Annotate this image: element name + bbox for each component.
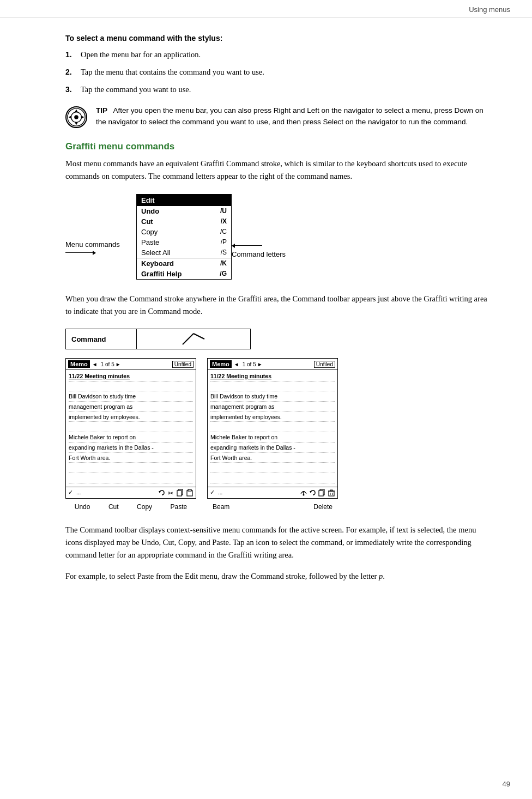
menu-item-paste: Paste /P xyxy=(137,237,231,247)
page-footer: 49 xyxy=(503,780,510,788)
copy-icon-right xyxy=(318,489,326,497)
svg-rect-12 xyxy=(177,491,182,496)
section2-body1: Most menu commands have an equivalent Gr… xyxy=(65,158,488,183)
page-content: To select a menu command with the stylus… xyxy=(0,17,532,613)
tip-content: After you open the menu bar, you can als… xyxy=(96,106,483,125)
panel-labels: Undo Cut Copy Paste Beam Delete xyxy=(65,503,371,511)
memo-count-right: 1 of 5 xyxy=(243,361,256,367)
tip-text: TIP After you open the menu bar, you can… xyxy=(96,105,488,128)
svg-marker-5 xyxy=(69,116,71,119)
memo-line-8-right: Fort Worth area. xyxy=(210,454,335,463)
svg-point-2 xyxy=(74,115,78,119)
svg-rect-19 xyxy=(329,491,334,496)
menu-item-selectall-shortcut: /S xyxy=(221,249,227,257)
menu-commands-label: Menu commands xyxy=(65,240,120,249)
menu-item-paste-name: Paste xyxy=(141,238,159,246)
memo-line-10-right xyxy=(210,474,335,483)
step-3-number: 3. xyxy=(65,84,81,96)
edit-menu-title: Edit xyxy=(137,195,231,206)
command-stroke-svg xyxy=(177,331,210,347)
svg-line-8 xyxy=(194,334,204,339)
command-letters-label: Command letters xyxy=(232,250,286,258)
memo-nav-left: ◄ xyxy=(92,361,98,367)
undo-icon xyxy=(158,489,166,497)
memo-panel-left: Memo ◄ 1 of 5 ► Unfiled 11/22 Meeting mi… xyxy=(65,358,196,499)
step-3-text: Tap the command you want to use. xyxy=(81,84,191,96)
label-paste: Paste xyxy=(171,503,188,511)
memo-line-3-left: management program as xyxy=(69,403,193,412)
steps-list: 1. Open the menu bar for an application.… xyxy=(65,49,488,95)
menu-item-graffiti-shortcut: /G xyxy=(220,270,227,278)
memo-footer-icons-right xyxy=(300,489,335,497)
menu-item-graffiti: Graffiti Help /G xyxy=(137,269,231,279)
header-title: Using menus xyxy=(469,5,510,14)
memo-line-7-right: expanding markets in the Dallas - xyxy=(210,444,335,453)
menu-item-copy: Copy /C xyxy=(137,227,231,237)
paste-icon xyxy=(186,489,194,497)
memo-unfiled-right: Unfiled xyxy=(314,361,335,368)
memo-line-6-left: Michele Baker to report on xyxy=(69,433,193,443)
panel-label-row-left: Undo Cut Copy Paste xyxy=(65,503,196,511)
memo-panel-right: Memo ◄ 1 of 5 ► Unfiled 11/22 Meeting mi… xyxy=(207,358,338,499)
memo-line-9-right xyxy=(210,464,335,473)
menu-item-keyboard-name: Keyboard xyxy=(141,259,174,268)
label-undo: Undo xyxy=(75,503,90,511)
memo-check-left: ✓ xyxy=(68,489,73,496)
section1-heading: To select a menu command with the stylus… xyxy=(65,34,488,43)
tip-label: TIP xyxy=(96,106,107,114)
beam-icon xyxy=(300,489,307,497)
menu-item-undo-name: Undo xyxy=(141,207,159,215)
menu-item-paste-shortcut: /P xyxy=(221,238,227,246)
memo-footer-left: ✓ ... ✂ xyxy=(66,487,196,498)
menu-item-cut-name: Cut xyxy=(141,217,153,226)
memo-body-right: 11/22 Meeting minutes Bill Davidson to s… xyxy=(208,370,337,487)
menu-item-selectall: Select All /S xyxy=(137,247,231,258)
command-toolbar-label: Command xyxy=(66,329,137,349)
step-2-text: Tap the menu that contains the command y… xyxy=(81,66,264,78)
menu-item-cut: Cut /X xyxy=(137,216,231,227)
toolbar-diagram: Command Memo ◄ 1 of 5 ► Unfiled xyxy=(65,329,371,511)
step-1-number: 1. xyxy=(65,49,81,61)
memo-nav-right-right: ► xyxy=(257,361,263,367)
memo-line-9-left xyxy=(69,464,193,473)
memo-line-7-left: expanding markets in the Dallas - xyxy=(69,444,193,453)
memo-nav-left-right: ◄ xyxy=(234,361,239,367)
svg-marker-16 xyxy=(310,491,312,493)
memo-line-8-left: Fort Worth area. xyxy=(69,454,193,463)
memo-footer-icons-left: ✂ xyxy=(158,489,194,497)
memo-line-2-right: Bill Davidson to study time xyxy=(210,392,335,402)
memo-ellipsis-left: ... xyxy=(76,489,81,495)
menu-item-undo: Undo /U xyxy=(137,206,231,216)
menu-item-copy-name: Copy xyxy=(141,228,158,236)
page-number: 49 xyxy=(503,780,510,788)
svg-marker-3 xyxy=(75,110,78,112)
command-stroke-area xyxy=(137,331,250,347)
copy-icon xyxy=(177,489,184,497)
section2-body3: The Command toolbar displays context-sen… xyxy=(65,524,488,562)
memo-line-1-left xyxy=(69,383,193,392)
memo-line-5-left xyxy=(69,423,193,432)
cut-icon: ✂ xyxy=(167,489,175,497)
memo-nav-right-left: ► xyxy=(116,361,121,367)
memo-line-6-right: Michele Baker to report on xyxy=(210,433,335,443)
step-1: 1. Open the menu bar for an application. xyxy=(65,49,488,61)
section2-body2: When you draw the Command stroke anywher… xyxy=(65,293,488,318)
memo-footer-right: ✓ ... xyxy=(208,487,337,498)
memo-body-left: 11/22 Meeting minutes Bill Davidson to s… xyxy=(66,370,196,487)
delete-icon xyxy=(328,489,335,497)
svg-rect-18 xyxy=(319,491,323,496)
memo-line-1-right xyxy=(210,383,335,392)
memo-app-name-left: Memo xyxy=(68,360,90,368)
memo-header-left: Memo ◄ 1 of 5 ► Unfiled xyxy=(66,359,196,370)
memo-line-3-right: management program as xyxy=(210,403,335,412)
svg-text:✂: ✂ xyxy=(168,489,173,497)
label-delete: Delete xyxy=(313,503,332,511)
menu-item-keyboard: Keyboard /K xyxy=(137,258,231,269)
navigator-icon xyxy=(65,106,87,128)
memo-line-4-left: implemented by employees. xyxy=(69,413,193,422)
memo-line-5-right xyxy=(210,423,335,432)
memo-panels-container: Memo ◄ 1 of 5 ► Unfiled 11/22 Meeting mi… xyxy=(65,358,371,499)
tip-box: TIP After you open the menu bar, you can… xyxy=(65,105,488,128)
svg-line-7 xyxy=(183,334,194,344)
memo-title-right: 11/22 Meeting minutes xyxy=(210,372,335,382)
